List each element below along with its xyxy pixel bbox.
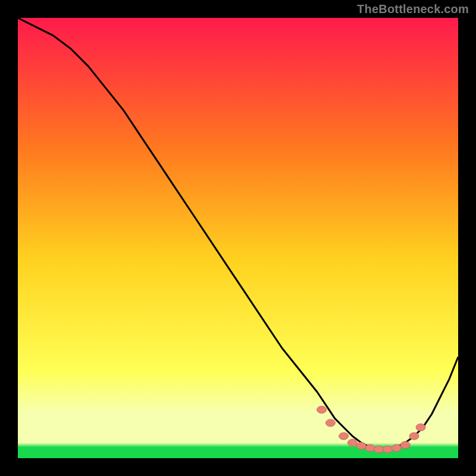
curve-marker [400, 441, 410, 449]
curve-marker [409, 433, 419, 440]
curve-marker [392, 444, 401, 452]
bottleneck-chart [18, 18, 458, 458]
curve-marker [416, 424, 425, 431]
curve-marker [383, 446, 393, 453]
curve-marker [339, 433, 349, 440]
curve-marker [317, 406, 327, 414]
chart-background [18, 18, 458, 458]
curve-marker [374, 446, 384, 453]
curve-marker [325, 419, 335, 427]
curve-marker [347, 439, 357, 446]
curve-marker [365, 444, 375, 452]
watermark-text: TheBottleneck.com [357, 2, 469, 16]
curve-marker [356, 442, 366, 449]
chart-frame: TheBottleneck.com [0, 0, 476, 476]
